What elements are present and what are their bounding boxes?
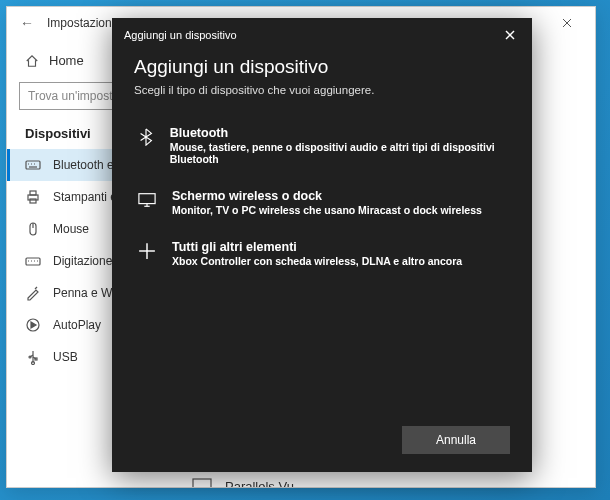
- keyboard-icon: [25, 157, 41, 173]
- nav-label: Digitazione: [53, 254, 112, 268]
- option-desc: Monitor, TV o PC wireless che usano Mira…: [172, 204, 482, 216]
- option-wireless-display[interactable]: Schermo wireless o dock Monitor, TV o PC…: [134, 179, 510, 230]
- option-desc: Mouse, tastiere, penne o dispositivi aud…: [170, 141, 508, 165]
- mouse-icon: [25, 221, 41, 237]
- option-bluetooth[interactable]: Bluetooth Mouse, tastiere, penne o dispo…: [134, 116, 510, 179]
- cancel-button[interactable]: Annulla: [402, 426, 510, 454]
- monitor-icon: [138, 191, 156, 209]
- nav-label: Mouse: [53, 222, 89, 236]
- close-window-button[interactable]: [547, 7, 587, 39]
- window-title: Impostazioni: [47, 16, 114, 30]
- home-icon: [25, 54, 39, 68]
- nav-label: USB: [53, 350, 78, 364]
- option-title: Schermo wireless o dock: [172, 189, 482, 203]
- svg-rect-4: [26, 161, 40, 169]
- keyboard-icon: [25, 253, 41, 269]
- svg-rect-25: [193, 479, 211, 487]
- modal-header: Aggiungi un dispositivo: [112, 18, 532, 52]
- device-label: Parallels Vu: [225, 479, 294, 488]
- add-device-modal: Aggiungi un dispositivo Aggiungi un disp…: [112, 18, 532, 472]
- option-title: Tutti gli altri elementi: [172, 240, 462, 254]
- plus-icon: [138, 242, 156, 260]
- svg-line-19: [35, 287, 37, 289]
- nav-label: AutoPlay: [53, 318, 101, 332]
- bluetooth-icon: [137, 128, 155, 146]
- option-everything-else[interactable]: Tutti gli altri elementi Xbox Controller…: [134, 230, 510, 281]
- autoplay-icon: [25, 317, 41, 333]
- home-label: Home: [49, 53, 84, 68]
- modal-subtitle: Scegli il tipo di dispositivo che vuoi a…: [134, 84, 510, 96]
- pen-icon: [25, 285, 41, 301]
- modal-close-button[interactable]: [500, 25, 520, 45]
- option-title: Bluetooth: [170, 126, 508, 140]
- back-button[interactable]: ←: [15, 15, 39, 31]
- svg-rect-30: [139, 194, 155, 204]
- svg-rect-10: [30, 191, 36, 195]
- option-desc: Xbox Controller con scheda wireless, DLN…: [172, 255, 462, 267]
- close-icon: [505, 30, 515, 40]
- modal-title: Aggiungi un dispositivo: [134, 56, 510, 78]
- printer-icon: [25, 189, 41, 205]
- usb-icon: [25, 349, 41, 365]
- modal-header-title: Aggiungi un dispositivo: [124, 29, 237, 41]
- monitor-icon: [191, 477, 213, 487]
